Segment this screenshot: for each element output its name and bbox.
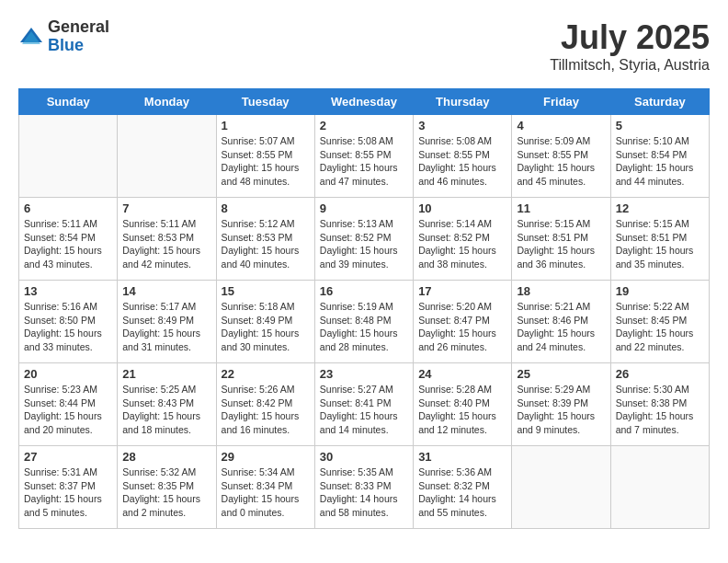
week-row-1: 1Sunrise: 5:07 AMSunset: 8:55 PMDaylight… xyxy=(19,115,710,198)
calendar-cell: 17Sunrise: 5:20 AMSunset: 8:47 PMDayligh… xyxy=(414,281,512,363)
calendar-cell: 26Sunrise: 5:30 AMSunset: 8:38 PMDayligh… xyxy=(610,363,709,446)
calendar-cell: 5Sunrise: 5:10 AMSunset: 8:54 PMDaylight… xyxy=(610,115,709,198)
day-number: 12 xyxy=(616,201,704,215)
day-number: 1 xyxy=(222,119,310,132)
calendar-cell xyxy=(118,115,216,198)
calendar-cell: 11Sunrise: 5:15 AMSunset: 8:51 PMDayligh… xyxy=(512,198,610,281)
week-row-2: 6Sunrise: 5:11 AMSunset: 8:54 PMDaylight… xyxy=(19,198,710,281)
day-number: 21 xyxy=(122,367,210,381)
day-number: 8 xyxy=(222,201,310,215)
calendar-cell: 12Sunrise: 5:15 AMSunset: 8:51 PMDayligh… xyxy=(610,198,709,281)
day-number: 25 xyxy=(517,367,605,381)
day-number: 9 xyxy=(320,201,408,215)
calendar-cell: 27Sunrise: 5:31 AMSunset: 8:37 PMDayligh… xyxy=(19,446,118,529)
calendar-cell: 31Sunrise: 5:36 AMSunset: 8:32 PMDayligh… xyxy=(414,446,512,529)
cell-text: Sunrise: 5:26 AMSunset: 8:42 PMDaylight:… xyxy=(222,383,310,437)
calendar-cell xyxy=(610,446,709,529)
day-number: 22 xyxy=(222,367,310,381)
cell-text: Sunrise: 5:17 AMSunset: 8:49 PMDaylight:… xyxy=(122,300,210,354)
calendar-cell: 15Sunrise: 5:18 AMSunset: 8:49 PMDayligh… xyxy=(216,281,314,363)
day-number: 19 xyxy=(616,284,704,298)
cell-text: Sunrise: 5:27 AMSunset: 8:41 PMDaylight:… xyxy=(320,383,408,437)
calendar-cell xyxy=(512,446,610,529)
calendar-cell: 23Sunrise: 5:27 AMSunset: 8:41 PMDayligh… xyxy=(314,363,413,446)
cell-text: Sunrise: 5:08 AMSunset: 8:55 PMDaylight:… xyxy=(418,134,506,189)
calendar: SundayMondayTuesdayWednesdayThursdayFrid… xyxy=(18,88,710,529)
calendar-cell xyxy=(19,115,118,198)
day-number: 23 xyxy=(320,367,408,381)
logo: General Blue xyxy=(18,18,109,55)
calendar-cell: 21Sunrise: 5:25 AMSunset: 8:43 PMDayligh… xyxy=(118,363,216,446)
calendar-header-row: SundayMondayTuesdayWednesdayThursdayFrid… xyxy=(19,89,710,115)
cell-text: Sunrise: 5:15 AMSunset: 8:51 PMDaylight:… xyxy=(517,217,605,271)
day-number: 2 xyxy=(320,119,408,132)
day-header-tuesday: Tuesday xyxy=(216,89,314,115)
calendar-cell: 22Sunrise: 5:26 AMSunset: 8:42 PMDayligh… xyxy=(216,363,314,446)
day-number: 17 xyxy=(418,284,506,298)
cell-text: Sunrise: 5:12 AMSunset: 8:53 PMDaylight:… xyxy=(222,217,310,271)
calendar-cell: 2Sunrise: 5:08 AMSunset: 8:55 PMDaylight… xyxy=(314,115,413,198)
cell-text: Sunrise: 5:13 AMSunset: 8:52 PMDaylight:… xyxy=(320,217,408,271)
calendar-cell: 28Sunrise: 5:32 AMSunset: 8:35 PMDayligh… xyxy=(118,446,216,529)
calendar-cell: 4Sunrise: 5:09 AMSunset: 8:55 PMDaylight… xyxy=(512,115,610,198)
day-header-monday: Monday xyxy=(118,89,216,115)
cell-text: Sunrise: 5:31 AMSunset: 8:37 PMDaylight:… xyxy=(24,465,112,520)
day-number: 24 xyxy=(418,367,506,381)
day-number: 18 xyxy=(517,284,605,298)
cell-text: Sunrise: 5:10 AMSunset: 8:54 PMDaylight:… xyxy=(616,134,704,189)
cell-text: Sunrise: 5:20 AMSunset: 8:47 PMDaylight:… xyxy=(418,300,506,354)
calendar-cell: 24Sunrise: 5:28 AMSunset: 8:40 PMDayligh… xyxy=(414,363,512,446)
cell-text: Sunrise: 5:22 AMSunset: 8:45 PMDaylight:… xyxy=(616,300,704,354)
cell-text: Sunrise: 5:23 AMSunset: 8:44 PMDaylight:… xyxy=(24,383,112,437)
day-number: 31 xyxy=(418,450,506,464)
calendar-cell: 30Sunrise: 5:35 AMSunset: 8:33 PMDayligh… xyxy=(314,446,413,529)
day-number: 6 xyxy=(24,201,112,215)
day-number: 27 xyxy=(24,450,112,464)
cell-text: Sunrise: 5:18 AMSunset: 8:49 PMDaylight:… xyxy=(222,300,310,354)
calendar-cell: 16Sunrise: 5:19 AMSunset: 8:48 PMDayligh… xyxy=(314,281,413,363)
logo-text: General Blue xyxy=(48,18,109,55)
cell-text: Sunrise: 5:25 AMSunset: 8:43 PMDaylight:… xyxy=(122,383,210,437)
cell-text: Sunrise: 5:07 AMSunset: 8:55 PMDaylight:… xyxy=(222,134,310,189)
week-row-5: 27Sunrise: 5:31 AMSunset: 8:37 PMDayligh… xyxy=(19,446,710,529)
day-number: 26 xyxy=(616,367,704,381)
calendar-cell: 29Sunrise: 5:34 AMSunset: 8:34 PMDayligh… xyxy=(216,446,314,529)
calendar-cell: 19Sunrise: 5:22 AMSunset: 8:45 PMDayligh… xyxy=(610,281,709,363)
calendar-cell: 1Sunrise: 5:07 AMSunset: 8:55 PMDaylight… xyxy=(216,115,314,198)
week-row-4: 20Sunrise: 5:23 AMSunset: 8:44 PMDayligh… xyxy=(19,363,710,446)
calendar-cell: 25Sunrise: 5:29 AMSunset: 8:39 PMDayligh… xyxy=(512,363,610,446)
day-number: 13 xyxy=(24,284,112,298)
cell-text: Sunrise: 5:35 AMSunset: 8:33 PMDaylight:… xyxy=(320,465,408,520)
day-number: 29 xyxy=(222,450,310,464)
cell-text: Sunrise: 5:28 AMSunset: 8:40 PMDaylight:… xyxy=(418,383,506,437)
cell-text: Sunrise: 5:32 AMSunset: 8:35 PMDaylight:… xyxy=(122,465,210,520)
page-header: General Blue July 2025 Tillmitsch, Styri… xyxy=(18,18,710,74)
cell-text: Sunrise: 5:34 AMSunset: 8:34 PMDaylight:… xyxy=(222,465,310,520)
logo-general: General xyxy=(48,18,109,37)
cell-text: Sunrise: 5:19 AMSunset: 8:48 PMDaylight:… xyxy=(320,300,408,354)
cell-text: Sunrise: 5:21 AMSunset: 8:46 PMDaylight:… xyxy=(517,300,605,354)
day-number: 3 xyxy=(418,119,506,132)
calendar-cell: 9Sunrise: 5:13 AMSunset: 8:52 PMDaylight… xyxy=(314,198,413,281)
cell-text: Sunrise: 5:09 AMSunset: 8:55 PMDaylight:… xyxy=(517,134,605,189)
day-number: 11 xyxy=(517,201,605,215)
cell-text: Sunrise: 5:15 AMSunset: 8:51 PMDaylight:… xyxy=(616,217,704,271)
day-number: 7 xyxy=(122,201,210,215)
day-number: 4 xyxy=(517,119,605,132)
cell-text: Sunrise: 5:14 AMSunset: 8:52 PMDaylight:… xyxy=(418,217,506,271)
calendar-cell: 10Sunrise: 5:14 AMSunset: 8:52 PMDayligh… xyxy=(414,198,512,281)
day-number: 5 xyxy=(616,119,704,132)
calendar-cell: 8Sunrise: 5:12 AMSunset: 8:53 PMDaylight… xyxy=(216,198,314,281)
calendar-cell: 7Sunrise: 5:11 AMSunset: 8:53 PMDaylight… xyxy=(118,198,216,281)
cell-text: Sunrise: 5:29 AMSunset: 8:39 PMDaylight:… xyxy=(517,383,605,437)
day-header-sunday: Sunday xyxy=(19,89,118,115)
day-number: 15 xyxy=(222,284,310,298)
title-block: July 2025 Tillmitsch, Styria, Austria xyxy=(550,18,710,74)
calendar-cell: 14Sunrise: 5:17 AMSunset: 8:49 PMDayligh… xyxy=(118,281,216,363)
calendar-cell: 13Sunrise: 5:16 AMSunset: 8:50 PMDayligh… xyxy=(19,281,118,363)
day-header-thursday: Thursday xyxy=(414,89,512,115)
day-number: 10 xyxy=(418,201,506,215)
day-header-friday: Friday xyxy=(512,89,610,115)
calendar-cell: 18Sunrise: 5:21 AMSunset: 8:46 PMDayligh… xyxy=(512,281,610,363)
calendar-cell: 6Sunrise: 5:11 AMSunset: 8:54 PMDaylight… xyxy=(19,198,118,281)
